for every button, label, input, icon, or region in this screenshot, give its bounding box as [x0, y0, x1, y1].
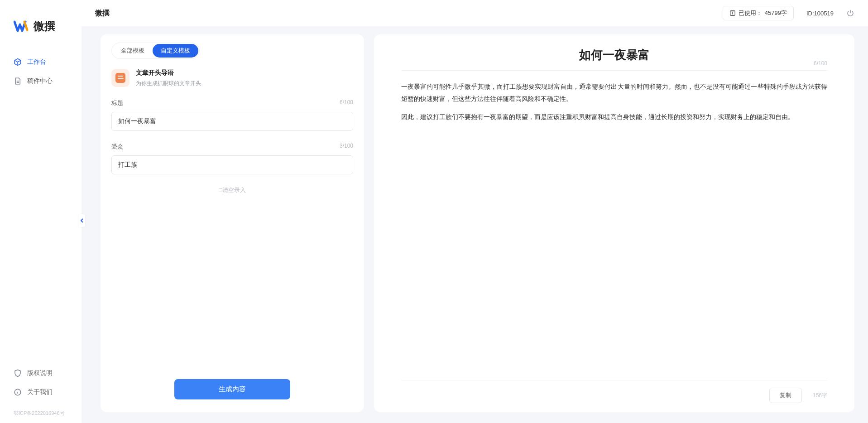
nav-item-about[interactable]: 关于我们	[0, 383, 82, 402]
topbar: 微撰 已使用： 45799字 ID:100519	[82, 0, 868, 26]
content-row: 全部模板 自定义模板 文章开头导语 为你生成抓眼球的文章开头 标题 6/100	[82, 26, 868, 423]
field-label: 标题	[111, 99, 123, 107]
result-paragraph: 一夜暴富的可能性几乎微乎其微，而打工族想要实现财富自由，通常需要付出大量的时间和…	[401, 81, 827, 105]
sidebar: 微撰 工作台 稿件中心 版权说明 关于我们 鄂IC	[0, 0, 82, 423]
result-paragraph: 因此，建议打工族们不要抱有一夜暴富的期望，而是应该注重积累财富和提高自身技能，通…	[401, 111, 827, 123]
icp-text: 鄂ICP备2022016946号	[0, 410, 82, 423]
template-meta: 文章开头导语 为你生成抓眼球的文章开头	[136, 69, 201, 87]
template-desc: 为你生成抓眼球的文章开头	[136, 80, 201, 87]
nav-label: 版权说明	[27, 369, 53, 377]
result-title-count: 6/100	[814, 60, 827, 67]
field-audience: 受众 3/100	[111, 143, 353, 174]
audience-input[interactable]	[111, 155, 353, 174]
field-title: 标题 6/100	[111, 99, 353, 131]
nav-main: 工作台 稿件中心	[0, 48, 82, 364]
shield-icon	[14, 369, 22, 377]
logo-icon	[14, 18, 30, 34]
field-count: 6/100	[340, 99, 353, 107]
logo-text: 微撰	[34, 19, 55, 34]
template-tabs: 全部模板 自定义模板	[111, 43, 200, 59]
result-panel: 如何一夜暴富 6/100 一夜暴富的可能性几乎微乎其微，而打工族想要实现财富自由…	[374, 34, 854, 412]
text-icon	[729, 10, 736, 16]
nav-label: 关于我们	[27, 388, 53, 396]
field-label: 受众	[111, 143, 123, 151]
template-name: 文章开头导语	[136, 69, 201, 77]
usage-prefix: 已使用：	[739, 9, 762, 17]
result-title: 如何一夜暴富	[579, 47, 650, 63]
tab-all-templates[interactable]: 全部模板	[113, 44, 153, 58]
usage-value: 45799字	[765, 9, 787, 17]
clear-input-link[interactable]: □清空录入	[111, 186, 353, 194]
power-icon[interactable]	[846, 9, 854, 17]
nav-bottom: 版权说明 关于我们	[0, 364, 82, 410]
template-icon	[111, 69, 129, 87]
tab-custom-template[interactable]: 自定义模板	[153, 44, 198, 58]
generate-button[interactable]: 生成内容	[174, 379, 290, 399]
nav-item-copyright[interactable]: 版权说明	[0, 364, 82, 383]
cube-icon	[14, 58, 22, 66]
logo: 微撰	[0, 0, 82, 48]
word-count: 156字	[813, 392, 827, 399]
nav-item-drafts[interactable]: 稿件中心	[0, 72, 82, 91]
usage-badge[interactable]: 已使用： 45799字	[723, 6, 794, 20]
result-body: 一夜暴富的可能性几乎微乎其微，而打工族想要实现财富自由，通常需要付出大量的时间和…	[401, 81, 827, 130]
result-footer: 复制 156字	[401, 380, 827, 403]
main: 微撰 已使用： 45799字 ID:100519 全部模板 自定义模板	[82, 0, 868, 423]
nav-label: 工作台	[27, 58, 46, 66]
user-id: ID:100519	[806, 10, 834, 17]
nav-label: 稿件中心	[27, 77, 53, 85]
nav-item-workspace[interactable]: 工作台	[0, 53, 82, 72]
copy-button[interactable]: 复制	[769, 388, 802, 403]
title-input[interactable]	[111, 112, 353, 131]
document-icon	[14, 77, 22, 85]
info-icon	[14, 388, 22, 396]
field-count: 3/100	[340, 143, 353, 151]
template-header: 文章开头导语 为你生成抓眼球的文章开头	[111, 69, 353, 87]
page-title: 微撰	[95, 9, 110, 18]
result-title-row: 如何一夜暴富 6/100	[401, 47, 827, 71]
topbar-right: 已使用： 45799字 ID:100519	[723, 6, 854, 20]
form-panel: 全部模板 自定义模板 文章开头导语 为你生成抓眼球的文章开头 标题 6/100	[101, 34, 364, 412]
